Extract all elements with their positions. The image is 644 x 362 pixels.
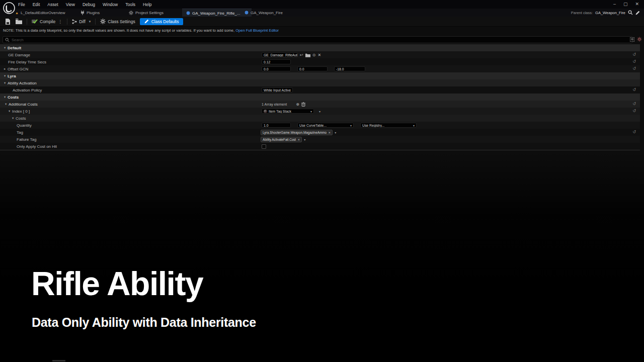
subcategory-inner-costs[interactable]: ▾ Costs [0, 115, 640, 122]
menu-file[interactable]: File [18, 2, 25, 7]
class-settings-label: Class Settings [108, 19, 135, 24]
reset-to-default-icon[interactable]: ↺ [632, 109, 636, 113]
save-asset-icon[interactable] [5, 19, 11, 25]
parent-class-value: GA_Weapon_Fire [595, 11, 625, 15]
expand-arrow-icon: ▾ [4, 95, 8, 99]
registry-select[interactable]: Use Registry... ▾ [360, 123, 417, 128]
menu-edit[interactable]: Edit [33, 2, 40, 7]
close-button[interactable]: ✕ [635, 2, 639, 7]
reset-to-default-icon[interactable]: ↺ [632, 66, 636, 71]
pick-asset-icon[interactable]: ⊙ [312, 53, 316, 57]
unreal-engine-logo-icon[interactable] [3, 2, 16, 15]
clear-asset-icon[interactable]: ✕ [317, 53, 321, 57]
diff-button[interactable]: Diff ▾ [72, 19, 91, 24]
view-options-icon[interactable] [630, 37, 634, 42]
tab-label: Plugins [87, 11, 100, 15]
menu-view[interactable]: View [66, 2, 75, 7]
note-text: NOTE: This is a data only blueprint, so … [3, 28, 235, 33]
tab-project-settings[interactable]: Project Settings [125, 9, 168, 17]
only-apply-cost-checkbox[interactable] [262, 144, 266, 149]
quantity-input[interactable]: 1.0 [262, 123, 291, 128]
pencil-icon [144, 19, 149, 24]
failure-tag-chip[interactable]: Ability.ActivateFail.Cost ✕ [261, 137, 302, 142]
progress-sliver [52, 360, 65, 361]
tag-chip[interactable]: Lyra.ShooterGame.Weapon.MagazineAmmo ✕ [261, 130, 333, 135]
maximize-button[interactable]: ▢ [623, 2, 628, 7]
warning-icon: ▲ [15, 11, 19, 15]
use-selected-asset-icon[interactable]: ↩ [300, 53, 303, 57]
toolbar-divider [27, 19, 27, 25]
additional-costs-label: Additional Costs [9, 102, 38, 107]
minimize-button[interactable]: – [613, 2, 616, 7]
reset-to-default-icon[interactable]: ↺ [632, 102, 636, 106]
class-settings-button[interactable]: Class Settings [100, 19, 135, 24]
class-defaults-button[interactable]: Class Defaults [140, 18, 184, 25]
reset-to-default-icon[interactable]: ↺ [632, 130, 636, 134]
activation-policy-value: While Input Active [264, 88, 291, 92]
parent-class-info: Parent class: GA_Weapon_Fire [571, 9, 640, 17]
expand-arrow-icon: ▾ [12, 116, 16, 120]
unreal-editor-window: File Edit Asset View Debug Window Tools … [0, 0, 644, 362]
toolbar-divider [95, 19, 96, 25]
tab-label: Project Settings [135, 11, 164, 15]
browse-to-asset-icon[interactable] [305, 53, 310, 57]
menu-asset[interactable]: Asset [47, 2, 58, 7]
offset-z-input[interactable]: -18.0 [334, 66, 365, 71]
curve-table-select[interactable]: Use CurveTable... ▾ [297, 123, 354, 128]
compile-label: Compile [40, 19, 55, 24]
compile-options-icon[interactable]: ⋮ [58, 19, 62, 24]
category-lyra[interactable]: ▾ Lyra [0, 72, 640, 79]
category-label: Lyra [8, 74, 16, 78]
trash-icon[interactable] [301, 102, 305, 107]
category-costs[interactable]: ▾ Costs [0, 94, 640, 101]
blueprint-icon [245, 11, 249, 15]
add-array-element-icon[interactable]: ⊕ [296, 102, 299, 107]
reset-to-default-icon[interactable]: ↺ [632, 59, 636, 64]
search-icon [5, 38, 10, 42]
remove-tag-icon[interactable]: ✕ [328, 131, 331, 134]
reset-to-default-icon[interactable]: ↺ [632, 87, 636, 92]
settings-gear-icon[interactable] [637, 37, 642, 42]
offset-x-input[interactable]: 0.0 [262, 66, 291, 71]
compile-button[interactable]: Compile [32, 19, 55, 24]
item-tag-stack-select[interactable]: Item Tag Stack ▾ [262, 109, 314, 114]
menu-help[interactable]: Help [143, 2, 151, 7]
plug-icon [80, 11, 85, 15]
failure-tag-label: Failure Tag [17, 137, 36, 142]
menu-debug[interactable]: Debug [83, 2, 95, 7]
edit-parent-class-icon[interactable] [635, 11, 640, 15]
blueprint-toolbar: Compile ⋮ Diff ▾ Class Settings [0, 17, 644, 27]
video-title-overlay: Rifle Ability Data Only Ability with Dat… [31, 266, 256, 330]
browse-content-browser-icon[interactable] [16, 19, 22, 24]
expand-arrow-icon[interactable]: ▸ [4, 67, 8, 71]
fire-delay-input[interactable]: 0.12 [262, 59, 291, 64]
search-input[interactable]: Search [3, 36, 632, 43]
failure-tag-dropdown-icon[interactable]: ▾ [304, 138, 305, 141]
search-parent-class-icon[interactable] [628, 10, 633, 15]
row-index-0[interactable]: ▾ Index [ 0 ] Item Tag Stack ▾ ▾ ↺ [0, 108, 640, 115]
parent-class-label: Parent class: [571, 11, 593, 15]
remove-tag-icon[interactable]: ✕ [297, 138, 300, 141]
tab-ga-weapon-fire[interactable]: GA_Weapon_Fire [240, 9, 287, 17]
tab-default-editor-overview[interactable]: ▲ L_DefaultEditorOverview [11, 9, 69, 17]
offset-y-value: 0.0 [299, 67, 304, 71]
ge-damage-asset-select[interactable]: GE_Damage_RifleAuto ▾ [262, 52, 298, 57]
menu-window[interactable]: Window [103, 2, 118, 7]
toolbar-divider [67, 19, 67, 25]
subcategory-ability-activation[interactable]: ▾ Ability Activation [0, 79, 640, 86]
row-additional-costs[interactable]: ▾ Additional Costs 1 Array element ⊕ ↺ [0, 101, 640, 108]
row-tag: Tag Lyra.ShooterGame.Weapon.MagazineAmmo… [0, 129, 640, 136]
index-0-label: Index [ 0 ] [12, 109, 30, 114]
details-panel-options [630, 37, 642, 42]
blueprint-icon [186, 11, 190, 15]
open-full-blueprint-editor-link[interactable]: Open Full Blueprint Editor [235, 28, 279, 33]
offset-y-input[interactable]: 0.0 [297, 66, 328, 71]
reset-to-default-icon[interactable]: ↺ [632, 52, 636, 57]
tag-dropdown-icon[interactable]: ▾ [335, 131, 336, 134]
tab-plugins[interactable]: Plugins [76, 9, 104, 17]
chevron-down-icon: ▾ [413, 124, 415, 127]
element-options-icon[interactable]: ▾ [319, 110, 320, 113]
activation-policy-select[interactable]: While Input Active ▾ [262, 87, 293, 93]
category-default[interactable]: ▾ Default [0, 44, 640, 51]
menu-tools[interactable]: Tools [125, 2, 135, 7]
